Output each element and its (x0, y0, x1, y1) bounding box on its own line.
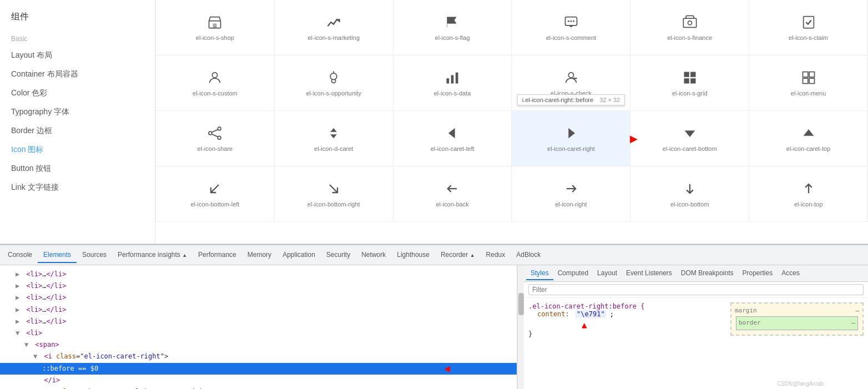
element-li-5[interactable]: ▶ <li>…</li> (0, 316, 517, 327)
icon-cell-flag[interactable]: el-icon-s-flag (393, 0, 512, 55)
devtools-tabs-bar: Console Elements Sources Performance ins… (0, 245, 868, 265)
elements-scrollbar[interactable] (517, 265, 524, 389)
icon-cell-data[interactable]: el-icon-s-data (393, 55, 512, 111)
element-li-open[interactable]: ▼ <li> (0, 327, 517, 339)
tab-lighthouse[interactable]: Lighthouse (391, 247, 435, 263)
flag-icon (445, 14, 460, 30)
icon-cell-finance[interactable]: el-icon-s-finance (630, 0, 749, 55)
icon-cell-share[interactable]: el-icon-share (156, 111, 275, 166)
element-li-2[interactable]: ▶ <li>…</li> (0, 280, 517, 292)
tab-network[interactable]: Network (356, 247, 391, 263)
bottom-right-icon (326, 181, 341, 196)
icon-cell-bottom-label: el-icon-bottom (670, 201, 709, 208)
icon-cell-data-label: el-icon-s-data (434, 90, 471, 97)
tab-sources[interactable]: Sources (77, 247, 112, 263)
styles-tab-layout[interactable]: Layout (593, 267, 622, 280)
sidebar-item-color[interactable]: Color 色彩 (0, 84, 155, 103)
tab-adblock[interactable]: AdBlock (511, 247, 546, 263)
element-li-4[interactable]: ▶ <li>…</li> (0, 304, 517, 316)
icon-cell-grid[interactable]: el-icon-s-grid (630, 55, 749, 111)
tab-application[interactable]: Application (277, 247, 321, 263)
icon-cell-right[interactable]: el-icon-right (512, 166, 630, 222)
svg-line-29 (212, 134, 218, 137)
icon-cell-bottom-right[interactable]: el-icon-bottom-right (275, 166, 393, 222)
tab-recorder[interactable]: Recorder ▲ (435, 247, 481, 263)
icon-cell-bottom-right-label: el-icon-bottom-right (307, 201, 360, 208)
sidebar: 组件 Basic Layout 布局 Container 布局容器 Color … (0, 0, 155, 244)
element-li-1[interactable]: ▶ <li>…</li> (0, 269, 517, 280)
styles-tab-properties[interactable]: Properties (738, 267, 778, 280)
element-span-icon-name[interactable]: <span class="icon-name">el-icon-caret-ri… (0, 386, 517, 389)
icon-cell-caret-left-label: el-icon-caret-left (431, 145, 475, 152)
sidebar-item-border[interactable]: Border 边框 (0, 122, 155, 140)
icon-cell-menu-label: el-icon-menu (791, 90, 826, 97)
svg-rect-12 (447, 78, 450, 83)
icon-cell-comment[interactable]: el-icon-s-comment (512, 0, 630, 55)
caret-top-icon (801, 125, 816, 141)
sidebar-item-button[interactable]: Button 按钮 (0, 159, 155, 178)
svg-point-3 (568, 20, 569, 22)
svg-rect-22 (809, 72, 814, 77)
icon-cell-marketing[interactable]: el-icon-s-marketing (275, 0, 393, 55)
icon-cell-bottom-left-label: el-icon-bottom-left (190, 201, 239, 208)
icon-cell-top[interactable]: el-icon-top (749, 166, 868, 222)
styles-tab-dom-breakpoints[interactable]: DOM Breakpoints (677, 267, 738, 280)
elements-panel: ▶ <li>…</li> ▶ <li>…</li> ▶ <li>…</li> ▶… (0, 265, 517, 389)
styles-panel: Styles Computed Layout Event Listeners D… (524, 265, 868, 389)
element-span-open[interactable]: ▼ <span> (0, 339, 517, 351)
styles-tabs-bar: Styles Computed Layout Event Listeners D… (524, 265, 868, 282)
sidebar-item-link[interactable]: Link 文字链接 (0, 178, 155, 197)
svg-point-5 (573, 20, 574, 22)
icon-cell-d-caret-label: el-icon-d-caret (314, 145, 353, 152)
icon-cell-custom[interactable]: el-icon-s-custom (156, 55, 275, 111)
devtools-body: ▶ <li>…</li> ▶ <li>…</li> ▶ <li>…</li> ▶… (0, 265, 868, 389)
sidebar-item-layout[interactable]: Layout 布局 (0, 46, 155, 65)
tab-performance-insights[interactable]: Performance insights ▲ (112, 247, 193, 263)
tab-performance[interactable]: Performance (193, 247, 242, 263)
element-li-3[interactable]: ▶ <li>…</li> (0, 292, 517, 304)
svg-marker-32 (448, 128, 455, 138)
icon-cell-opportunity[interactable]: el-icon-s-opportunity (275, 55, 393, 111)
icon-cell-bottom[interactable]: el-icon-bottom (630, 166, 749, 222)
sidebar-item-container[interactable]: Container 布局容器 (0, 65, 155, 84)
svg-marker-31 (330, 134, 337, 138)
icon-cell-claim[interactable]: el-icon-s-claim (749, 0, 868, 55)
element-i-close[interactable]: </i> (0, 375, 517, 386)
tab-elements[interactable]: Elements (38, 247, 77, 263)
sidebar-item-icon[interactable]: Icon 图标 (0, 140, 155, 159)
bottom-icon (682, 181, 698, 196)
styles-tab-computed[interactable]: Computed (553, 267, 593, 280)
icon-cell-grid-label: el-icon-s-grid (672, 90, 708, 97)
tab-security[interactable]: Security (321, 247, 356, 263)
tab-console[interactable]: Console (2, 247, 38, 263)
share-icon (207, 125, 223, 141)
icon-cell-menu[interactable]: el-icon-menu (749, 55, 868, 111)
filter-input[interactable] (528, 284, 864, 295)
icon-cell-caret-left[interactable]: el-icon-caret-left (393, 111, 512, 166)
icon-cell-caret-bottom[interactable]: el-icon-caret-bottom (630, 111, 749, 166)
icon-cell-caret-top[interactable]: el-icon-caret-top (749, 111, 868, 166)
scrollbar-thumb[interactable] (518, 293, 524, 315)
svg-point-7 (688, 21, 692, 24)
grid-icon (682, 70, 698, 85)
icon-cell-shop[interactable]: el-icon-s-shop (156, 0, 275, 55)
element-i-open[interactable]: ▼ <i class="el-icon-caret-right"> (0, 351, 517, 362)
margin-value: – (855, 307, 859, 314)
icon-cell-bottom-left[interactable]: el-icon-bottom-left (156, 166, 275, 222)
styles-tab-access[interactable]: Acces (777, 267, 804, 280)
tab-memory[interactable]: Memory (242, 247, 277, 263)
svg-line-36 (211, 185, 219, 193)
styles-tab-styles[interactable]: Styles (526, 267, 553, 280)
element-before-selected[interactable]: ::before == $0 ◀ (0, 363, 517, 375)
svg-rect-13 (451, 75, 454, 83)
css-selector-line: .el-icon-caret-right:before { (528, 302, 725, 310)
icon-cell-back[interactable]: el-icon-back (393, 166, 512, 222)
styles-tab-event-listeners[interactable]: Event Listeners (622, 267, 677, 280)
tab-redux[interactable]: Redux (481, 247, 511, 263)
devtools-panel: Console Elements Sources Performance ins… (0, 244, 868, 389)
icon-cell-caret-right[interactable]: i.el-icon-caret-right::before 32 × 32 ▶ … (512, 111, 630, 166)
icon-cell-comment-label: el-icon-s-comment (546, 34, 596, 41)
icon-cell-d-caret[interactable]: el-icon-d-caret (275, 111, 393, 166)
sidebar-item-typography[interactable]: Typography 字体 (0, 103, 155, 122)
svg-point-25 (209, 132, 212, 135)
